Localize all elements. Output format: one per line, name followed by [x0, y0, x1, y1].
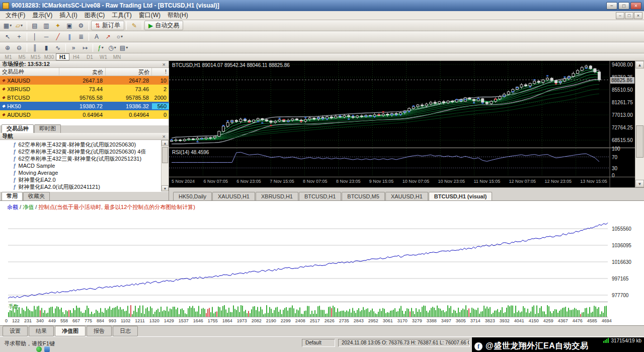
market-watch-button[interactable]: ▤ [29, 21, 40, 30]
child-restore-button[interactable]: □ [625, 12, 633, 19]
horizontal-line-button[interactable]: ─ [41, 32, 52, 41]
scroll-down-icon[interactable]: ▼ [162, 185, 169, 191]
market-watch-row[interactable]: ◆XAUUSD 2647.18 2647.28 10 [0, 76, 169, 85]
period-button[interactable]: MN [110, 53, 124, 60]
arrows-button[interactable]: ↗ [103, 32, 114, 41]
chart-ohlc-header: BTCUSD,H1 89014.07 89542.34 88046.11 888… [172, 62, 290, 68]
navigator-item[interactable]: ƒ 财神量化EA2.0 [0, 176, 169, 183]
market-watch-tab[interactable]: 即时图 [34, 124, 61, 133]
chart-tab[interactable]: XAUUSD,H1 [212, 192, 255, 200]
chart-tab[interactable]: XAUUSD,H1 [385, 192, 428, 200]
tester-tab[interactable]: 日志 [113, 326, 138, 336]
navigator-scrollbar[interactable]: ▲ ▼ [161, 140, 169, 191]
close-icon[interactable]: × [162, 62, 167, 67]
navigator-item[interactable]: ƒ MACD Sample [0, 162, 169, 169]
chart-vertical-scrollbar[interactable]: ▲ ▼ [635, 61, 644, 187]
chart-shift-button[interactable]: ↦ [79, 43, 91, 52]
trades-axis-label: 3170 [397, 318, 408, 323]
scroll-up-icon[interactable]: ▲ [635, 61, 644, 68]
indicators-button[interactable]: ƒ▾ [95, 43, 106, 52]
close-button[interactable]: × [630, 2, 641, 10]
menu-item[interactable]: 文件(F) [2, 11, 29, 20]
period-button[interactable]: M1 [2, 53, 15, 60]
market-watch-row[interactable]: ◆XBRUSD 73.44 73.46 2 [0, 85, 169, 93]
cursor-button[interactable]: ↖ [2, 32, 13, 41]
chart-tab[interactable]: XBRUSD,H1 [256, 192, 298, 200]
navigator-button[interactable]: ✦ [52, 21, 63, 30]
zoom-in-button[interactable]: ⊕ [2, 43, 13, 52]
navigator-item[interactable]: ƒ Moving Average [0, 169, 169, 176]
scrollbar-thumb[interactable] [636, 125, 643, 158]
child-minimize-button[interactable]: − [616, 12, 624, 19]
period-button[interactable]: M30 [42, 53, 56, 60]
templates-button[interactable]: ▤▾ [118, 43, 129, 52]
new-order-button[interactable]: ⇅新订单 [91, 21, 124, 30]
chart-tab[interactable]: BTCUSD,M5 [342, 192, 385, 200]
chart-tab[interactable]: BTCUSD,H1 (visual) [429, 192, 493, 200]
trendline-button[interactable]: ╱ [52, 32, 63, 41]
chart-tab[interactable]: BTCUSD,H1 [299, 192, 341, 200]
line-chart-button[interactable]: ∿ [52, 43, 63, 52]
taskbar-icon[interactable] [44, 346, 50, 352]
scrollbar-thumb[interactable] [162, 147, 168, 163]
zoom-out-button[interactable]: ⊖ [14, 43, 25, 52]
taskbar-icon[interactable] [36, 346, 42, 352]
menu-item[interactable]: 窗口(W) [135, 11, 164, 20]
price-chart[interactable] [169, 61, 635, 187]
text-label-button[interactable]: A [91, 32, 102, 41]
navigator-tab[interactable]: 常用 [2, 192, 23, 200]
navigator-tab[interactable]: 收藏夹 [23, 192, 50, 200]
data-window-button[interactable]: ▥ [41, 21, 52, 30]
menu-item[interactable]: 图表(C) [81, 11, 109, 20]
close-icon[interactable]: × [162, 134, 167, 139]
vertical-line-button[interactable]: │ [29, 32, 40, 41]
navigator-item[interactable]: ƒ 62空单刚单王432黄-财神量化(试用版20250630) [0, 141, 169, 148]
navigator-item[interactable]: ƒ 62空单刚单王432三黄-财神量化(试用版20251231) [0, 155, 169, 162]
menu-item[interactable]: 帮助(H) [164, 11, 192, 20]
scroll-up-icon[interactable]: ▲ [162, 140, 169, 146]
new-chart-button[interactable]: ▦▾ [2, 21, 13, 30]
market-watch-tabs: 交易品种即时图 [0, 125, 169, 133]
balance-graph[interactable] [0, 201, 644, 326]
terminal-button[interactable]: ▣ [64, 21, 75, 30]
period-button[interactable]: M5 [15, 53, 29, 60]
tester-tab[interactable]: 结果 [29, 326, 54, 336]
auto-scroll-button[interactable]: » [68, 43, 79, 52]
period-button[interactable]: M15 [29, 53, 42, 60]
child-close-button[interactable]: × [634, 12, 642, 19]
period-button[interactable]: W1 [97, 53, 110, 60]
maximize-button[interactable]: □ [618, 2, 629, 10]
period-button[interactable]: H4 [69, 53, 83, 60]
strategy-tester-button[interactable]: ⚙ [75, 21, 87, 30]
tester-tab[interactable]: 净值图 [55, 326, 86, 336]
period-button[interactable]: H1 [56, 53, 69, 60]
market-watch-row[interactable]: ◆BTCUSD 95765.58 95785.58 2000 [0, 93, 169, 102]
channel-button[interactable]: ∥ [64, 32, 75, 41]
fibonacci-button[interactable]: ≣ [75, 32, 87, 41]
expert-advisor-icon: ƒ [13, 177, 16, 183]
periods-button[interactable]: ◷▾ [107, 43, 118, 52]
chevron-down-icon: ▾ [121, 34, 123, 39]
period-button[interactable]: D1 [83, 53, 97, 60]
autotrading-button[interactable]: ▶自动交易 [144, 21, 183, 30]
market-watch-row[interactable]: ◆HK50 19380.72 19386.32 560 [0, 102, 169, 110]
candlestick-chart-button[interactable]: ▮ [41, 43, 52, 52]
menu-item[interactable]: 插入(I) [56, 11, 80, 20]
minimize-button[interactable]: − [606, 2, 617, 10]
chart-shift-icon: ↦ [83, 44, 88, 51]
menu-item[interactable]: 工具(T) [108, 11, 135, 20]
navigator-item[interactable]: ƒ 62空单刚单王432黄-财神量化(试用版20250630) 4倍 [0, 148, 169, 155]
market-watch-row[interactable]: ◆AUDUSD 0.64964 0.64964 0 [0, 110, 169, 119]
crosshair-button[interactable]: + [14, 32, 25, 41]
shapes-button[interactable]: ○▾ [114, 32, 125, 41]
market-watch-tab[interactable]: 交易品种 [2, 124, 34, 133]
navigator-item[interactable]: ƒ 财神量化EA2.0(试用版20241121) [0, 183, 169, 190]
bar-chart-button[interactable]: ║ [29, 43, 40, 52]
chart-tab[interactable]: HK50,Daily [173, 192, 212, 200]
tester-tab[interactable]: 报告 [87, 326, 112, 336]
profiles-button[interactable]: ▱▾ [14, 21, 25, 30]
metaeditor-button[interactable]: ✎ [129, 21, 140, 30]
scroll-down-icon[interactable]: ▼ [635, 180, 644, 187]
menu-item[interactable]: 显示(V) [29, 11, 56, 20]
tester-tab[interactable]: 设置 [3, 326, 28, 336]
